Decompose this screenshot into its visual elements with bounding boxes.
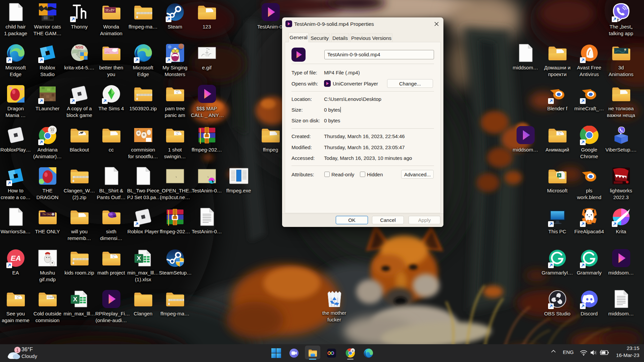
svg-text:1: 1: [16, 348, 19, 353]
